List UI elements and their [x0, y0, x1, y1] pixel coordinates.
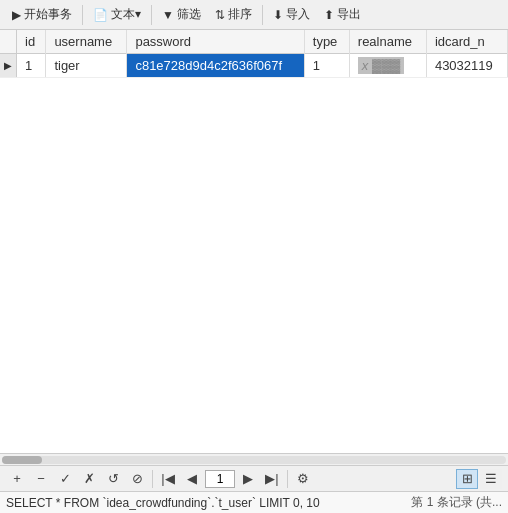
separator-nav — [152, 470, 153, 488]
stop-icon: ⊘ — [132, 471, 143, 486]
filter-label: 筛选 — [177, 6, 201, 23]
cell-type[interactable]: 1 — [304, 54, 349, 78]
refresh-icon: ↺ — [108, 471, 119, 486]
view-toggle-buttons: ⊞ ☰ — [456, 469, 502, 489]
nav-prev-button[interactable]: ◀ — [181, 469, 203, 489]
filter-icon: ▼ — [162, 8, 174, 22]
scrollbar-thumb[interactable] — [2, 456, 42, 464]
start-transaction-icon: ▶ — [12, 8, 21, 22]
settings-icon: ⚙ — [297, 471, 309, 486]
import-label: 导入 — [286, 6, 310, 23]
separator-2 — [151, 5, 152, 25]
nav-prev-icon: ◀ — [187, 471, 197, 486]
col-header-type[interactable]: type — [304, 30, 349, 54]
grid-view-button[interactable]: ⊞ — [456, 469, 478, 489]
import-button[interactable]: ⬇ 导入 — [267, 4, 316, 25]
sort-icon: ⇅ — [215, 8, 225, 22]
row-indicator-header — [0, 30, 17, 54]
col-header-idcard[interactable]: idcard_n — [426, 30, 507, 54]
cell-password[interactable]: c81e728d9d4c2f636f067f — [127, 54, 304, 78]
text-label: 文本▾ — [111, 6, 141, 23]
data-table: id username password type realname idcar… — [0, 30, 508, 78]
text-button[interactable]: 📄 文本▾ — [87, 4, 147, 25]
start-transaction-label: 开始事务 — [24, 6, 72, 23]
toolbar: ▶ 开始事务 📄 文本▾ ▼ 筛选 ⇅ 排序 ⬇ 导入 ⬆ 导出 — [0, 0, 508, 30]
table-container: id username password type realname idcar… — [0, 30, 508, 453]
settings-button[interactable]: ⚙ — [292, 469, 314, 489]
sort-button[interactable]: ⇅ 排序 — [209, 4, 258, 25]
row-arrow: ▶ — [0, 54, 17, 78]
table-row: ▶ 1 tiger c81e728d9d4c2f636f067f 1 x ▓▓▓… — [0, 54, 508, 78]
export-icon: ⬆ — [324, 8, 334, 22]
x-icon: ✗ — [84, 471, 95, 486]
col-header-username[interactable]: username — [46, 30, 127, 54]
col-header-realname[interactable]: realname — [349, 30, 426, 54]
col-header-id[interactable]: id — [17, 30, 46, 54]
filter-button[interactable]: ▼ 筛选 — [156, 4, 207, 25]
start-transaction-button[interactable]: ▶ 开始事务 — [6, 4, 78, 25]
record-info-text: 第 1 条记录 (共... — [411, 494, 502, 511]
separator-1 — [82, 5, 83, 25]
cell-realname[interactable]: x ▓▓▓ — [349, 54, 426, 78]
nav-last-button[interactable]: ▶| — [261, 469, 283, 489]
cancel-button[interactable]: ✗ — [78, 469, 100, 489]
separator-settings — [287, 470, 288, 488]
refresh-button[interactable]: ↺ — [102, 469, 124, 489]
export-button[interactable]: ⬆ 导出 — [318, 4, 367, 25]
form-view-button[interactable]: ☰ — [480, 469, 502, 489]
export-label: 导出 — [337, 6, 361, 23]
statusbar: + − ✓ ✗ ↺ ⊘ |◀ ◀ ▶ ▶| ⚙ ⊞ ☰ — [0, 465, 508, 491]
nav-first-button[interactable]: |◀ — [157, 469, 179, 489]
cell-idcard[interactable]: 43032119 — [426, 54, 507, 78]
text-icon: 📄 — [93, 8, 108, 22]
check-icon: ✓ — [60, 471, 71, 486]
nav-next-button[interactable]: ▶ — [237, 469, 259, 489]
table-header-row: id username password type realname idcar… — [0, 30, 508, 54]
cell-id[interactable]: 1 — [17, 54, 46, 78]
sqlbar: SELECT * FROM `idea_crowdfunding`.`t_use… — [0, 491, 508, 513]
add-record-button[interactable]: + — [6, 469, 28, 489]
minus-icon: − — [37, 471, 45, 486]
sql-query-text: SELECT * FROM `idea_crowdfunding`.`t_use… — [6, 496, 411, 510]
stop-button[interactable]: ⊘ — [126, 469, 148, 489]
add-icon: + — [13, 471, 21, 486]
remove-record-button[interactable]: − — [30, 469, 52, 489]
nav-last-icon: ▶| — [265, 471, 278, 486]
col-header-password[interactable]: password — [127, 30, 304, 54]
cell-username[interactable]: tiger — [46, 54, 127, 78]
horizontal-scrollbar[interactable] — [0, 453, 508, 465]
nav-next-icon: ▶ — [243, 471, 253, 486]
separator-3 — [262, 5, 263, 25]
sort-label: 排序 — [228, 6, 252, 23]
grid-icon: ⊞ — [462, 471, 473, 486]
scrollbar-track[interactable] — [2, 456, 506, 464]
page-input[interactable] — [205, 470, 235, 488]
nav-first-icon: |◀ — [161, 471, 174, 486]
form-icon: ☰ — [485, 471, 497, 486]
confirm-button[interactable]: ✓ — [54, 469, 76, 489]
import-icon: ⬇ — [273, 8, 283, 22]
